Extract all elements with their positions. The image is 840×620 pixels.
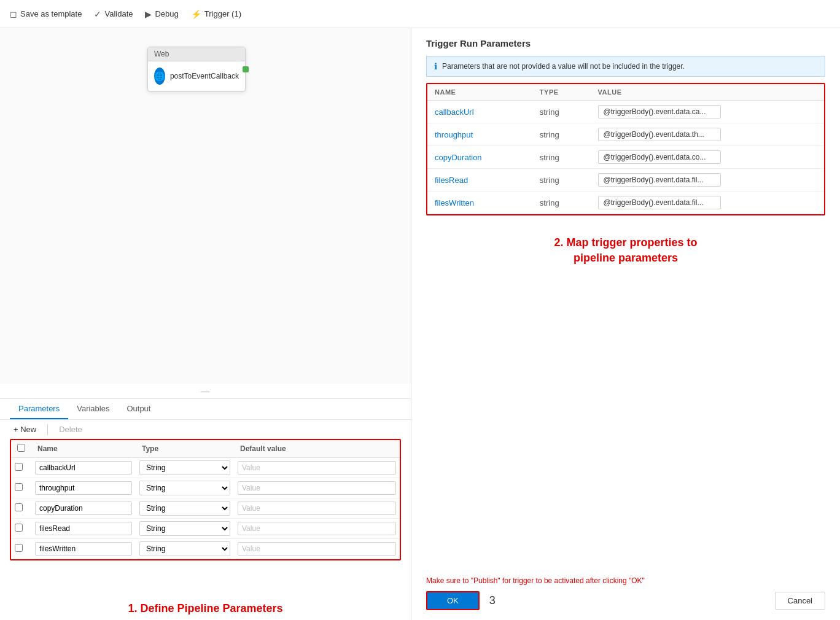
trigger-row-name-2: copyDuration bbox=[427, 146, 532, 169]
trigger-row-type-1: string bbox=[532, 123, 591, 146]
row-checkbox-0[interactable] bbox=[15, 463, 23, 471]
trigger-button[interactable]: ⚡ Trigger (1) bbox=[191, 9, 241, 19]
param-value-input-3[interactable] bbox=[238, 522, 396, 535]
param-value-input-1[interactable] bbox=[238, 481, 396, 495]
row-name-cell bbox=[31, 458, 136, 478]
publish-note: Make sure to "Publish" for trigger to be… bbox=[426, 576, 825, 585]
validate-button[interactable]: ✓ Validate bbox=[94, 9, 133, 19]
tabs-bar: Parameters Variables Output bbox=[0, 399, 411, 420]
param-name-input-1[interactable] bbox=[35, 481, 132, 495]
row-name-cell bbox=[31, 478, 136, 498]
section1-label: 1. Define Pipeline Parameters bbox=[0, 595, 411, 620]
trigger-row-type-2: string bbox=[532, 146, 591, 169]
param-name-input-3[interactable] bbox=[35, 522, 132, 535]
row-type-cell: String Int Float Bool Array Object bbox=[136, 478, 234, 498]
table-row: String Int Float Bool Array Object bbox=[11, 539, 400, 559]
trigger-row-value-0 bbox=[591, 101, 824, 123]
trigger-table-wrapper: NAME TYPE VALUE callbackUrl string throu… bbox=[426, 83, 825, 215]
trigger-value-input-2[interactable] bbox=[598, 150, 721, 164]
select-all-checkbox[interactable] bbox=[17, 444, 25, 452]
param-value-input-0[interactable] bbox=[238, 461, 396, 475]
trigger-value-input-0[interactable] bbox=[598, 105, 721, 118]
row-value-cell bbox=[234, 498, 400, 519]
col-header-name: Name bbox=[31, 440, 136, 458]
param-type-select-3[interactable]: String Int Float Bool Array Object bbox=[139, 521, 230, 536]
row-value-cell bbox=[234, 478, 400, 498]
debug-icon: ▶ bbox=[145, 9, 152, 19]
param-type-select-0[interactable]: String Int Float Bool Array Object bbox=[139, 460, 230, 475]
row-name-cell bbox=[31, 498, 136, 519]
trigger-row-name-0: callbackUrl bbox=[427, 101, 532, 123]
web-icon: 🌐 bbox=[154, 68, 165, 85]
activity-body: 🌐 postToEventCallback bbox=[148, 61, 245, 91]
tab-output[interactable]: Output bbox=[118, 399, 159, 419]
trigger-row-value-4 bbox=[591, 192, 824, 214]
table-row: String Int Float Bool Array Object bbox=[11, 498, 400, 519]
trigger-table-row: callbackUrl string bbox=[427, 101, 824, 123]
param-name-input-2[interactable] bbox=[35, 502, 132, 515]
trigger-value-input-1[interactable] bbox=[598, 128, 721, 141]
table-row: String Int Float Bool Array Object bbox=[11, 519, 400, 539]
trigger-table-row: filesWritten string bbox=[427, 192, 824, 214]
row-checkbox-1[interactable] bbox=[15, 483, 23, 491]
bottom-right: Make sure to "Publish" for trigger to be… bbox=[426, 569, 825, 610]
trigger-row-type-4: string bbox=[532, 192, 591, 214]
param-type-select-4[interactable]: String Int Float Bool Array Object bbox=[139, 541, 230, 556]
debug-button[interactable]: ▶ Debug bbox=[145, 9, 178, 19]
toolbar: ◻ Save as template ✓ Validate ▶ Debug ⚡ … bbox=[0, 0, 840, 28]
trigger-table-row: copyDuration string bbox=[427, 146, 824, 169]
param-value-input-4[interactable] bbox=[238, 542, 396, 556]
col-header-type: Type bbox=[136, 440, 234, 458]
param-type-select-2[interactable]: String Int Float Bool Array Object bbox=[139, 501, 230, 516]
trigger-table: NAME TYPE VALUE callbackUrl string throu… bbox=[427, 84, 824, 214]
activity-label: postToEventCallback bbox=[170, 72, 239, 80]
trigger-icon: ⚡ bbox=[191, 9, 201, 19]
toolbar-separator bbox=[47, 424, 48, 435]
param-value-input-2[interactable] bbox=[238, 502, 396, 515]
row-name-cell bbox=[31, 539, 136, 559]
delete-param-button[interactable]: Delete bbox=[55, 424, 86, 435]
row-check-cell bbox=[11, 498, 31, 519]
info-text: Parameters that are not provided a value… bbox=[442, 62, 685, 71]
row-value-cell bbox=[234, 458, 400, 478]
trigger-row-type-3: string bbox=[532, 169, 591, 192]
ok-button[interactable]: OK bbox=[426, 591, 480, 610]
trigger-value-input-4[interactable] bbox=[598, 196, 721, 209]
params-container: Name Type Default value String I bbox=[0, 439, 411, 595]
row-checkbox-3[interactable] bbox=[15, 524, 23, 532]
row-checkbox-4[interactable] bbox=[15, 544, 23, 552]
activity-port bbox=[243, 66, 249, 72]
save-template-button[interactable]: ◻ Save as template bbox=[10, 9, 82, 19]
trigger-row-name-1: throughput bbox=[427, 123, 532, 146]
tab-variables[interactable]: Variables bbox=[68, 399, 118, 419]
tab-parameters[interactable]: Parameters bbox=[10, 399, 68, 419]
new-param-button[interactable]: + New bbox=[10, 424, 40, 435]
trigger-col-name: NAME bbox=[427, 84, 532, 101]
panel-title: Trigger Run Parameters bbox=[426, 38, 825, 48]
trigger-table-row: throughput string bbox=[427, 123, 824, 146]
row-type-cell: String Int Float Bool Array Object bbox=[136, 519, 234, 539]
param-type-select-1[interactable]: String Int Float Bool Array Object bbox=[139, 481, 230, 495]
cancel-button[interactable]: Cancel bbox=[775, 592, 825, 610]
bottom-panel: Parameters Variables Output + New Delete bbox=[0, 398, 411, 595]
row-check-cell bbox=[11, 539, 31, 559]
col-header-check bbox=[11, 440, 31, 458]
params-table-wrapper: Name Type Default value String I bbox=[10, 439, 401, 560]
row-type-cell: String Int Float Bool Array Object bbox=[136, 458, 234, 478]
divider-handle[interactable]: — bbox=[0, 384, 411, 398]
table-row: String Int Float Bool Array Object bbox=[11, 458, 400, 478]
trigger-value-input-3[interactable] bbox=[598, 173, 721, 187]
row-checkbox-2[interactable] bbox=[15, 503, 23, 511]
row-check-cell bbox=[11, 478, 31, 498]
trigger-col-value: VALUE bbox=[591, 84, 824, 101]
param-name-input-0[interactable] bbox=[35, 461, 132, 475]
activity-node[interactable]: Web 🌐 postToEventCallback bbox=[147, 47, 246, 91]
trigger-row-name-4: filesWritten bbox=[427, 192, 532, 214]
trigger-col-type: TYPE bbox=[532, 84, 591, 101]
step3-label: 3 bbox=[489, 594, 496, 607]
param-name-input-4[interactable] bbox=[35, 542, 132, 556]
row-value-cell bbox=[234, 539, 400, 559]
row-type-cell: String Int Float Bool Array Object bbox=[136, 539, 234, 559]
params-toolbar: + New Delete bbox=[0, 420, 411, 439]
validate-icon: ✓ bbox=[94, 9, 101, 19]
